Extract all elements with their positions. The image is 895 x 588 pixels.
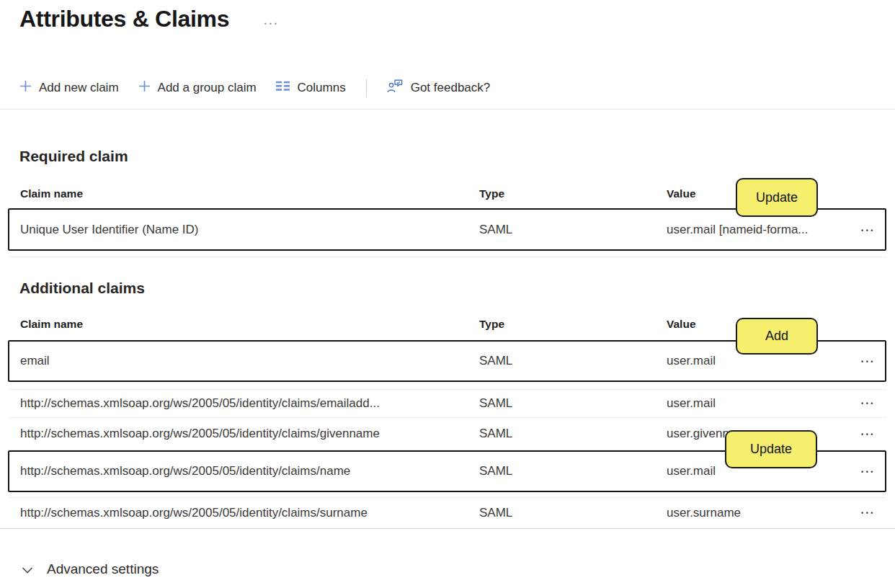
row-emailaddress-claim[interactable]: http://schemas.xmlsoap.org/ws/2005/05/id… xyxy=(9,389,886,418)
plus-icon xyxy=(138,80,151,96)
claim-value-cell: user.mail xyxy=(667,354,850,368)
claim-name-cell: http://schemas.xmlsoap.org/ws/2005/05/id… xyxy=(9,464,479,478)
required-claim-heading: Required claim xyxy=(19,148,128,165)
more-icon: ••• xyxy=(861,468,876,476)
got-feedback-button[interactable]: Got feedback? xyxy=(387,79,491,97)
claim-value-cell: user.mail xyxy=(667,396,850,411)
row-menu-button[interactable]: ••• xyxy=(860,396,877,411)
more-icon: ••• xyxy=(861,358,876,365)
add-new-claim-label: Add new claim xyxy=(39,81,119,95)
chevron-down-icon xyxy=(22,561,33,577)
column-header-claim-name: Claim name xyxy=(20,318,479,331)
claim-type-cell: SAML xyxy=(479,427,667,441)
claim-name-cell: Unique User Identifier (Name ID) xyxy=(9,223,479,237)
row-surname-claim[interactable]: http://schemas.xmlsoap.org/ws/2005/05/id… xyxy=(9,497,886,528)
claim-value-cell: user.surname xyxy=(667,506,850,520)
more-icon: ••• xyxy=(861,400,876,407)
more-icon: ••• xyxy=(861,227,876,234)
advanced-settings-label: Advanced settings xyxy=(47,561,159,577)
claim-name-cell: http://schemas.xmlsoap.org/ws/2005/05/id… xyxy=(9,396,479,411)
ellipsis-icon: ··· xyxy=(264,17,279,30)
columns-label: Columns xyxy=(298,81,346,95)
add-group-claim-button[interactable]: Add a group claim xyxy=(138,80,257,96)
table-bottom-rule xyxy=(0,528,895,529)
claim-name-cell: email xyxy=(9,354,479,368)
page-header: Attributes & Claims ··· xyxy=(19,6,279,32)
toolbar-divider xyxy=(366,79,367,97)
add-new-claim-button[interactable]: Add new claim xyxy=(19,80,119,96)
additional-claims-heading: Additional claims xyxy=(19,280,145,297)
column-header-type: Type xyxy=(479,318,667,331)
person-chat-icon xyxy=(387,79,404,97)
attributes-claims-page: Attributes & Claims ··· Add new claim Ad… xyxy=(0,0,895,588)
claim-value-cell: user.mail [nameid-forma... xyxy=(667,223,850,237)
claim-name-cell: http://schemas.xmlsoap.org/ws/2005/05/id… xyxy=(9,427,479,441)
more-options-button[interactable]: ··· xyxy=(264,9,279,30)
row-menu-button[interactable]: ••• xyxy=(860,505,877,521)
more-icon: ••• xyxy=(861,509,876,517)
toolbar-rule xyxy=(0,109,895,110)
column-header-claim-name: Claim name xyxy=(20,187,479,200)
claim-type-cell: SAML xyxy=(479,464,667,478)
add-group-claim-label: Add a group claim xyxy=(158,81,257,95)
claim-type-cell: SAML xyxy=(479,506,667,520)
row-menu-button[interactable]: ••• xyxy=(860,223,877,239)
got-feedback-label: Got feedback? xyxy=(411,81,491,95)
advanced-settings-toggle[interactable]: Advanced settings xyxy=(22,561,159,577)
row-menu-button[interactable]: ••• xyxy=(860,354,877,370)
plus-icon xyxy=(19,80,32,96)
row-menu-button[interactable]: ••• xyxy=(860,427,877,442)
annotation-callout-add: Add xyxy=(736,318,818,355)
claim-type-cell: SAML xyxy=(479,354,667,368)
row-separator xyxy=(9,257,886,257)
annotation-callout-update: Update xyxy=(725,430,817,468)
command-bar: Add new claim Add a group claim Columns xyxy=(19,74,490,102)
row-menu-button[interactable]: ••• xyxy=(860,464,877,480)
columns-button[interactable]: Columns xyxy=(276,81,346,95)
columns-icon xyxy=(276,81,290,95)
claim-type-cell: SAML xyxy=(479,396,667,411)
annotation-callout-update: Update xyxy=(736,178,818,217)
claim-type-cell: SAML xyxy=(479,223,667,237)
column-header-type: Type xyxy=(479,187,667,200)
page-title: Attributes & Claims xyxy=(19,6,229,32)
claim-name-cell: http://schemas.xmlsoap.org/ws/2005/05/id… xyxy=(9,506,479,520)
more-icon: ••• xyxy=(861,431,876,438)
